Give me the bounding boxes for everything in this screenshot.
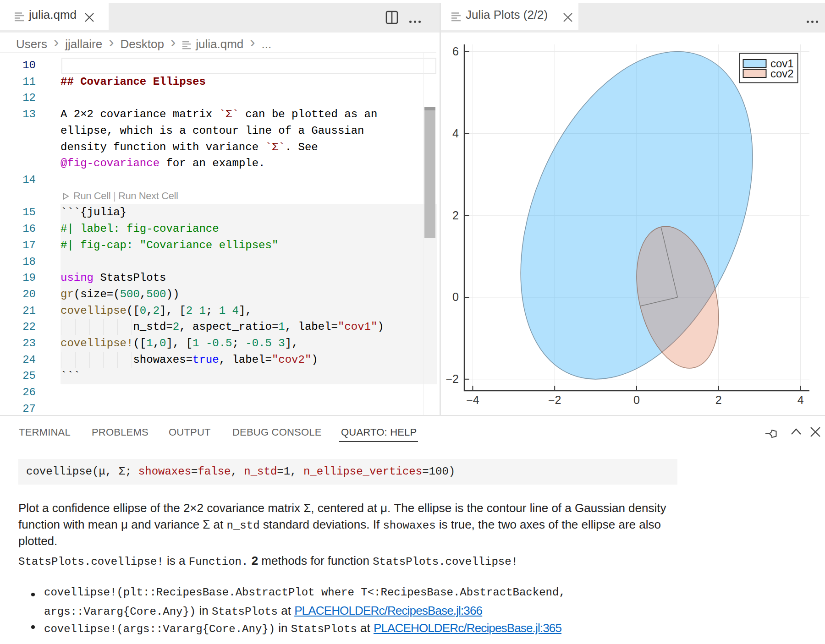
svg-text:6: 6	[452, 45, 459, 58]
svg-text:0: 0	[633, 393, 640, 406]
svg-text:cov2: cov2	[770, 67, 794, 80]
svg-text:0: 0	[452, 290, 459, 303]
svg-text:−2: −2	[446, 372, 459, 385]
svg-text:−2: −2	[548, 393, 561, 406]
svg-text:−4: −4	[466, 393, 479, 406]
svg-text:2: 2	[715, 393, 722, 406]
svg-text:4: 4	[452, 127, 459, 140]
svg-text:4: 4	[798, 393, 804, 406]
svg-text:2: 2	[452, 209, 459, 222]
